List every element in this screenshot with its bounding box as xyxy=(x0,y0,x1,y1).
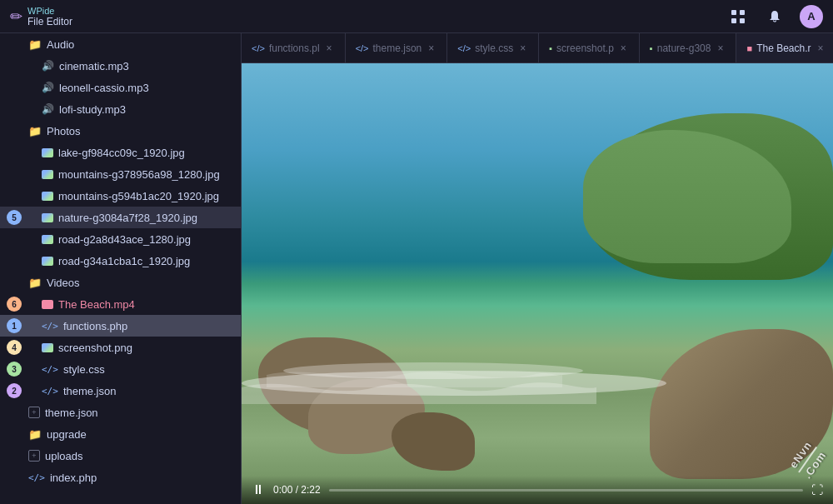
tab-close-button[interactable]: × xyxy=(324,41,335,56)
code-icon: </> xyxy=(457,43,471,53)
sidebar-item-road2[interactable]: road-g34a1cba1c_1920.jpg xyxy=(0,250,241,272)
fullscreen-button[interactable]: ⛶ xyxy=(811,483,823,497)
image-icon xyxy=(42,192,53,201)
folder-plus-icon: + xyxy=(28,450,40,462)
sidebar-item-themes[interactable]: + theme.json xyxy=(0,402,241,423)
image-icon xyxy=(42,170,53,179)
tab-close-button[interactable]: × xyxy=(715,41,726,56)
grid-button[interactable] xyxy=(726,5,750,28)
sidebar-item-lake[interactable]: lake-gf984cc09c_1920.jpg xyxy=(0,142,241,163)
bell-button[interactable] xyxy=(763,5,786,28)
code-icon: </> xyxy=(42,321,58,332)
audio-icon: 🔊 xyxy=(42,103,54,115)
tab-style[interactable]: </> style.css × xyxy=(447,33,539,63)
folder-plus-icon: + xyxy=(28,407,40,418)
tab-close-button[interactable]: × xyxy=(816,41,826,56)
folder-icon: 📁 xyxy=(28,38,42,51)
tab-beach[interactable]: ■ The Beach.r × xyxy=(736,33,833,63)
badge-3: 3 xyxy=(7,362,22,377)
image-icon xyxy=(42,257,53,266)
tab-theme[interactable]: </> theme.json × xyxy=(346,33,448,63)
progress-bar[interactable] xyxy=(329,489,803,492)
sidebar-item-cinematic[interactable]: 🔊 cinematic.mp3 xyxy=(0,55,241,77)
sidebar-item-lofi[interactable]: 🔊 lofi-study.mp3 xyxy=(0,98,241,120)
video-controls: ⏸ 0:00 / 2:22 ⛶ xyxy=(242,476,833,504)
sidebar-item-label: mountains-g378956a98_1280.jpg xyxy=(58,168,220,181)
avatar[interactable]: A xyxy=(800,5,823,28)
sidebar-item-uploads[interactable]: + uploads xyxy=(0,445,241,467)
badge-1: 1 xyxy=(7,318,22,333)
badge-4: 4 xyxy=(7,340,22,355)
sidebar-item-label: uploads xyxy=(45,450,83,462)
pause-button[interactable]: ⏸ xyxy=(252,482,265,497)
edit-icon: ✏ xyxy=(10,7,22,26)
code-icon: </> xyxy=(42,364,58,375)
app-subtitle: File Editor xyxy=(27,16,72,27)
sidebar-item-screenshot[interactable]: 4 screenshot.png xyxy=(0,337,241,358)
tab-label: functions.pl xyxy=(269,42,320,54)
svg-rect-1 xyxy=(740,10,745,15)
sidebar-item-theme[interactable]: 2 </> theme.json xyxy=(0,380,241,402)
topbar: ✏ WPide File Editor A xyxy=(0,0,833,33)
sidebar-item-mountains1[interactable]: mountains-g378956a98_1280.jpg xyxy=(0,163,241,185)
sidebar-item-videos-folder[interactable]: 📁 Videos xyxy=(0,272,241,293)
sidebar-item-label: screenshot.png xyxy=(58,342,132,354)
audio-icon: 🔊 xyxy=(42,82,54,93)
sidebar-item-road1[interactable]: road-g2a8d43ace_1280.jpg xyxy=(0,228,241,250)
badge-6: 6 xyxy=(7,297,22,312)
sidebar-item-mountains2[interactable]: mountains-g594b1ac20_1920.jpg xyxy=(0,185,241,207)
tabbar: </> functions.pl × </> theme.json × </> … xyxy=(242,33,833,63)
sidebar-item-label: road-g2a8d43ace_1280.jpg xyxy=(58,233,191,246)
tab-label: style.css xyxy=(475,42,513,54)
code-icon: </> xyxy=(42,386,58,397)
tab-label: nature-g308 xyxy=(657,42,711,54)
tab-close-button[interactable]: × xyxy=(426,41,436,56)
code-icon: </> xyxy=(28,472,45,483)
sidebar-item-label: upgrade xyxy=(47,428,87,441)
tab-close-button[interactable]: × xyxy=(618,41,629,56)
sidebar-item-style[interactable]: 3 </> style.css xyxy=(0,358,241,380)
tab-nature[interactable]: ▪ nature-g308 × xyxy=(640,33,737,63)
sidebar-item-label: cinematic.mp3 xyxy=(59,60,129,72)
tab-label: The Beach.r xyxy=(756,42,811,54)
tab-label: screenshot.p xyxy=(556,42,614,54)
time-display: 0:00 / 2:22 xyxy=(273,484,321,496)
video-player: eNvn .Com ⏸ 0:00 / 2:22 ⛶ xyxy=(242,63,833,504)
sidebar-item-label: Audio xyxy=(47,38,74,51)
sidebar-item-label: index.php xyxy=(50,472,97,484)
sidebar-item-audio-folder[interactable]: 📁 Audio xyxy=(0,33,241,55)
app-logo: ✏ WPide File Editor xyxy=(10,6,72,27)
badge-2: 2 xyxy=(7,383,22,398)
sidebar-item-label: Videos xyxy=(47,277,80,289)
sidebar-item-label: lake-gf984cc09c_1920.jpg xyxy=(58,147,185,159)
main-layout: 📁 Audio 🔊 cinematic.mp3 🔊 leonell-cassio… xyxy=(0,33,833,504)
svg-rect-0 xyxy=(731,10,736,15)
sidebar-item-label: theme.json xyxy=(63,385,117,397)
sidebar-item-label: mountains-g594b1ac20_1920.jpg xyxy=(58,190,219,202)
rock3 xyxy=(392,412,475,471)
topbar-actions: A xyxy=(726,5,823,28)
sidebar-item-label: lofi-study.mp3 xyxy=(59,103,126,116)
video-icon: ■ xyxy=(746,43,752,53)
tab-screenshot[interactable]: ▪ screenshot.p × xyxy=(539,33,640,63)
svg-rect-3 xyxy=(740,18,745,23)
sidebar-item-index[interactable]: </> index.php xyxy=(0,467,241,488)
sidebar-item-label: road-g34a1cba1c_1920.jpg xyxy=(58,255,190,267)
sidebar-item-upgrade[interactable]: 📁 upgrade xyxy=(0,423,241,445)
sidebar-item-label: nature-g3084a7f28_1920.jpg xyxy=(58,212,197,224)
tab-close-button[interactable]: × xyxy=(517,41,528,56)
sidebar-item-label: style.css xyxy=(63,363,105,376)
sidebar-item-label: Photos xyxy=(47,125,80,137)
audio-icon: 🔊 xyxy=(42,60,54,72)
image-icon xyxy=(42,148,53,157)
sidebar: 📁 Audio 🔊 cinematic.mp3 🔊 leonell-cassio… xyxy=(0,33,242,504)
sidebar-item-nature[interactable]: 5 nature-g3084a7f28_1920.jpg xyxy=(0,207,241,228)
folder-icon: 📁 xyxy=(28,428,42,441)
sidebar-item-photos-folder[interactable]: 📁 Photos xyxy=(0,120,241,142)
sidebar-item-leonell[interactable]: 🔊 leonell-cassio.mp3 xyxy=(0,77,241,98)
code-icon: </> xyxy=(356,43,369,53)
tab-functions[interactable]: </> functions.pl × xyxy=(242,33,346,63)
video-icon xyxy=(42,300,53,309)
sidebar-item-beach[interactable]: 6 The Beach.mp4 xyxy=(0,293,241,315)
sidebar-item-functions[interactable]: 1 </> functions.php xyxy=(0,315,241,337)
